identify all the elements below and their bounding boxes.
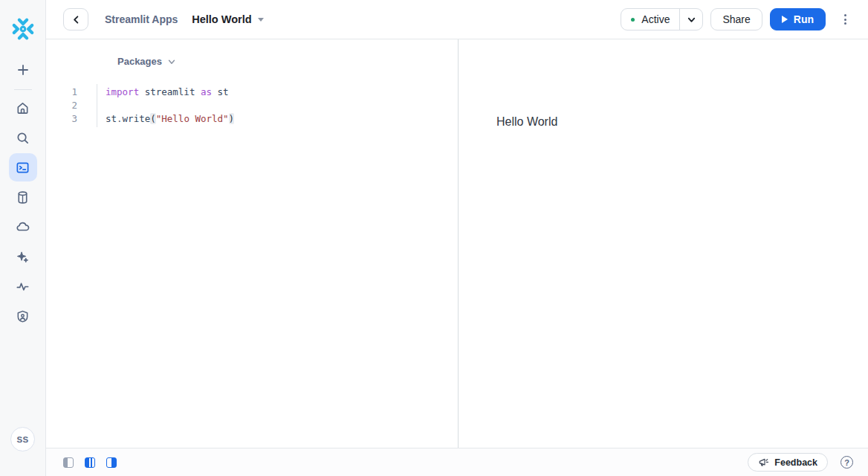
sidebar-item-new[interactable]	[9, 56, 37, 84]
database-icon	[16, 190, 30, 205]
terminal-icon	[16, 161, 30, 175]
share-label: Share	[722, 13, 750, 25]
packages-dropdown[interactable]: Packages	[117, 56, 176, 67]
preview-output-text: Hello World	[496, 115, 868, 129]
feedback-button[interactable]: Feedback	[748, 453, 828, 472]
chevron-down-icon	[167, 57, 176, 66]
help-icon: ?	[844, 458, 849, 467]
app-preview-pane: Hello World	[459, 39, 868, 448]
header-actions: Active Share Run	[621, 8, 854, 30]
user-avatar[interactable]: SS	[10, 427, 35, 451]
breadcrumb[interactable]: Streamlit Apps	[105, 13, 178, 25]
run-label: Run	[794, 13, 814, 25]
status-dropdown-button[interactable]	[679, 9, 702, 30]
code-line-text: st.write("Hello World")	[97, 112, 234, 126]
layout-split-view-icon[interactable]	[85, 457, 95, 468]
sidebar-item-search[interactable]	[9, 123, 37, 152]
layout-preview-only-icon[interactable]	[106, 457, 117, 468]
play-icon	[782, 16, 788, 23]
sidebar-divider	[14, 89, 32, 90]
back-button[interactable]	[63, 8, 88, 30]
shield-user-icon	[16, 309, 30, 324]
sidebar-item-ai-ml[interactable]	[9, 242, 37, 271]
code-line[interactable]: 3st.write("Hello World")	[46, 112, 458, 126]
code-line-text	[97, 99, 106, 112]
footer-actions: Feedback ?	[748, 453, 853, 472]
code-lines: 1import streamlit as st23st.write("Hello…	[46, 86, 458, 126]
status-bar: Feedback ?	[46, 448, 868, 476]
line-number: 1	[46, 86, 97, 99]
chevron-left-icon	[71, 15, 81, 25]
feedback-label: Feedback	[774, 457, 817, 468]
app-title-dropdown[interactable]: Hello World	[192, 13, 263, 25]
code-editor[interactable]: 1import streamlit as st23st.write("Hello…	[46, 86, 458, 126]
sparkles-icon	[16, 250, 30, 264]
active-status-dot-icon	[631, 18, 635, 22]
activity-icon	[16, 280, 30, 294]
workspace: Packages 1import streamlit as st23st.wri…	[46, 39, 868, 448]
sidebar-item-data[interactable]	[9, 183, 37, 211]
code-line[interactable]: 1import streamlit as st	[46, 86, 458, 99]
layout-editor-only-icon[interactable]	[63, 457, 74, 468]
search-icon	[16, 131, 30, 145]
chevron-down-icon	[687, 15, 696, 25]
packages-label: Packages	[117, 56, 162, 67]
sidebar-item-home[interactable]	[9, 94, 37, 122]
page-title: Hello World	[192, 13, 251, 25]
status-button[interactable]: Active	[621, 9, 679, 30]
home-icon	[16, 101, 30, 115]
left-sidebar: SS	[0, 0, 46, 476]
app-header: Streamlit Apps Hello World Active Share …	[46, 0, 868, 39]
run-button[interactable]: Run	[770, 8, 826, 30]
status-label: Active	[641, 13, 670, 25]
snowflake-logo-icon[interactable]	[10, 16, 36, 42]
layout-toggles	[63, 457, 117, 468]
plus-icon	[16, 62, 30, 77]
sidebar-item-monitoring[interactable]	[9, 272, 37, 300]
main-area: Streamlit Apps Hello World Active Share …	[46, 0, 868, 476]
sidebar-item-compute[interactable]	[9, 213, 37, 241]
more-options-button[interactable]	[836, 8, 854, 30]
line-number: 3	[46, 112, 97, 126]
code-line-text: import streamlit as st	[97, 86, 229, 99]
sidebar-item-projects[interactable]	[9, 153, 37, 181]
status-split-button: Active	[621, 8, 703, 30]
share-button[interactable]: Share	[710, 8, 762, 30]
caret-down-icon	[258, 18, 264, 22]
megaphone-icon	[758, 457, 769, 468]
help-button[interactable]: ?	[841, 456, 853, 469]
code-editor-pane: Packages 1import streamlit as st23st.wri…	[46, 39, 458, 448]
cloud-icon	[16, 219, 30, 234]
line-number: 2	[46, 99, 97, 112]
code-line[interactable]: 2	[46, 99, 458, 112]
sidebar-item-admin[interactable]	[9, 302, 37, 330]
